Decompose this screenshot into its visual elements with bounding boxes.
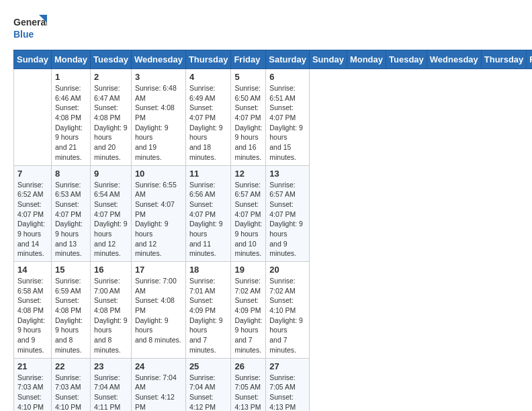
- calendar-cell: 11Sunrise: 6:56 AM Sunset: 4:07 PM Dayli…: [185, 165, 231, 262]
- calendar-cell: 12Sunrise: 6:57 AM Sunset: 4:07 PM Dayli…: [231, 165, 266, 262]
- calendar-cell: 20Sunrise: 7:02 AM Sunset: 4:10 PM Dayli…: [266, 262, 310, 359]
- calendar-week-3: 14Sunrise: 6:58 AM Sunset: 4:08 PM Dayli…: [14, 262, 533, 359]
- day-info: Sunrise: 6:54 AM Sunset: 4:07 PM Dayligh…: [94, 180, 128, 259]
- calendar-cell: 27Sunrise: 7:05 AM Sunset: 4:13 PM Dayli…: [266, 358, 310, 411]
- calendar-cell: 16Sunrise: 7:00 AM Sunset: 4:08 PM Dayli…: [91, 262, 132, 359]
- column-header-wednesday: Wednesday: [131, 50, 185, 69]
- day-number: 7: [17, 169, 48, 179]
- calendar-cell: 8Sunrise: 6:53 AM Sunset: 4:07 PM Daylig…: [51, 165, 90, 262]
- column-header-tuesday: Tuesday: [91, 50, 132, 69]
- calendar-cell: 25Sunrise: 7:04 AM Sunset: 4:12 PM Dayli…: [185, 358, 231, 411]
- calendar-week-2: 7Sunrise: 6:52 AM Sunset: 4:07 PM Daylig…: [14, 165, 533, 262]
- calendar-week-1: 1Sunrise: 6:46 AM Sunset: 4:08 PM Daylig…: [14, 69, 533, 166]
- column-header-sunday: Sunday: [309, 50, 347, 69]
- day-info: Sunrise: 6:50 AM Sunset: 4:07 PM Dayligh…: [234, 83, 262, 163]
- day-number: 20: [269, 265, 306, 275]
- day-number: 27: [269, 361, 306, 371]
- day-info: Sunrise: 6:57 AM Sunset: 4:07 PM Dayligh…: [269, 180, 306, 259]
- logo-svg: GeneralBlue: [13, 13, 47, 43]
- day-number: 17: [135, 265, 182, 275]
- day-info: Sunrise: 7:04 AM Sunset: 4:12 PM Dayligh…: [135, 373, 182, 412]
- day-number: 10: [135, 169, 182, 179]
- day-info: Sunrise: 6:58 AM Sunset: 4:08 PM Dayligh…: [17, 276, 48, 355]
- column-header-friday: Friday: [527, 50, 532, 69]
- day-info: Sunrise: 7:02 AM Sunset: 4:10 PM Dayligh…: [269, 276, 306, 355]
- day-info: Sunrise: 6:57 AM Sunset: 4:07 PM Dayligh…: [234, 180, 262, 259]
- day-info: Sunrise: 6:59 AM Sunset: 4:08 PM Dayligh…: [55, 276, 87, 355]
- day-number: 13: [269, 169, 306, 179]
- calendar-cell: 17Sunrise: 7:00 AM Sunset: 4:08 PM Dayli…: [131, 262, 185, 359]
- day-number: 6: [269, 72, 306, 82]
- day-number: 19: [234, 265, 262, 275]
- day-info: Sunrise: 6:46 AM Sunset: 4:08 PM Dayligh…: [55, 83, 87, 163]
- logo: GeneralBlue: [13, 13, 47, 43]
- calendar-cell: 24Sunrise: 7:04 AM Sunset: 4:12 PM Dayli…: [131, 358, 185, 411]
- column-header-monday: Monday: [51, 50, 90, 69]
- day-info: Sunrise: 7:05 AM Sunset: 4:13 PM Dayligh…: [234, 373, 262, 412]
- day-info: Sunrise: 7:03 AM Sunset: 4:10 PM Dayligh…: [17, 373, 48, 412]
- day-info: Sunrise: 7:03 AM Sunset: 4:10 PM Dayligh…: [55, 373, 87, 412]
- calendar-cell: 7Sunrise: 6:52 AM Sunset: 4:07 PM Daylig…: [14, 165, 52, 262]
- day-number: 3: [135, 72, 182, 82]
- day-number: 22: [55, 361, 87, 371]
- day-number: 21: [17, 361, 48, 371]
- calendar-cell: 19Sunrise: 7:02 AM Sunset: 4:09 PM Dayli…: [231, 262, 266, 359]
- day-info: Sunrise: 7:02 AM Sunset: 4:09 PM Dayligh…: [234, 276, 262, 355]
- calendar-cell: 6Sunrise: 6:51 AM Sunset: 4:07 PM Daylig…: [266, 69, 310, 166]
- day-info: Sunrise: 7:01 AM Sunset: 4:09 PM Dayligh…: [189, 276, 228, 355]
- column-header-saturday: Saturday: [266, 50, 310, 69]
- day-info: Sunrise: 6:52 AM Sunset: 4:07 PM Dayligh…: [17, 180, 48, 259]
- svg-text:General: General: [13, 17, 47, 28]
- day-number: 2: [94, 72, 128, 82]
- day-number: 18: [189, 265, 228, 275]
- page-header: GeneralBlue: [13, 13, 519, 43]
- day-number: 16: [94, 265, 128, 275]
- day-info: Sunrise: 7:00 AM Sunset: 4:08 PM Dayligh…: [135, 276, 182, 345]
- day-number: 8: [55, 169, 87, 179]
- calendar-cell: 26Sunrise: 7:05 AM Sunset: 4:13 PM Dayli…: [231, 358, 266, 411]
- column-header-monday: Monday: [347, 50, 386, 69]
- day-info: Sunrise: 7:00 AM Sunset: 4:08 PM Dayligh…: [94, 276, 128, 355]
- day-number: 25: [189, 361, 228, 371]
- calendar-week-4: 21Sunrise: 7:03 AM Sunset: 4:10 PM Dayli…: [14, 358, 533, 411]
- day-info: Sunrise: 6:56 AM Sunset: 4:07 PM Dayligh…: [189, 180, 228, 259]
- day-number: 14: [17, 265, 48, 275]
- day-info: Sunrise: 6:48 AM Sunset: 4:08 PM Dayligh…: [135, 83, 182, 163]
- day-info: Sunrise: 6:53 AM Sunset: 4:07 PM Dayligh…: [55, 180, 87, 259]
- calendar-cell: 23Sunrise: 7:04 AM Sunset: 4:11 PM Dayli…: [91, 358, 132, 411]
- calendar-cell: 1Sunrise: 6:46 AM Sunset: 4:08 PM Daylig…: [51, 69, 90, 166]
- day-info: Sunrise: 7:04 AM Sunset: 4:11 PM Dayligh…: [94, 373, 128, 412]
- day-number: 5: [234, 72, 262, 82]
- day-number: 12: [234, 169, 262, 179]
- calendar-cell: 13Sunrise: 6:57 AM Sunset: 4:07 PM Dayli…: [266, 165, 310, 262]
- column-header-friday: Friday: [231, 50, 266, 69]
- calendar-cell: 10Sunrise: 6:55 AM Sunset: 4:07 PM Dayli…: [131, 165, 185, 262]
- calendar-cell: 5Sunrise: 6:50 AM Sunset: 4:07 PM Daylig…: [231, 69, 266, 166]
- day-info: Sunrise: 6:47 AM Sunset: 4:08 PM Dayligh…: [94, 83, 128, 163]
- calendar-cell: 21Sunrise: 7:03 AM Sunset: 4:10 PM Dayli…: [14, 358, 52, 411]
- calendar-header-row: SundayMondayTuesdayWednesdayThursdayFrid…: [14, 50, 533, 69]
- calendar-cell: 18Sunrise: 7:01 AM Sunset: 4:09 PM Dayli…: [185, 262, 231, 359]
- day-info: Sunrise: 6:51 AM Sunset: 4:07 PM Dayligh…: [269, 83, 306, 163]
- day-number: 15: [55, 265, 87, 275]
- day-number: 4: [189, 72, 228, 82]
- calendar-cell: 3Sunrise: 6:48 AM Sunset: 4:08 PM Daylig…: [131, 69, 185, 166]
- svg-text:Blue: Blue: [13, 29, 34, 40]
- day-number: 1: [55, 72, 87, 82]
- day-number: 26: [234, 361, 262, 371]
- day-number: 23: [94, 361, 128, 371]
- day-info: Sunrise: 7:05 AM Sunset: 4:13 PM Dayligh…: [269, 373, 306, 412]
- day-info: Sunrise: 7:04 AM Sunset: 4:12 PM Dayligh…: [189, 373, 228, 412]
- column-header-thursday: Thursday: [481, 50, 527, 69]
- calendar-cell: 14Sunrise: 6:58 AM Sunset: 4:08 PM Dayli…: [14, 262, 52, 359]
- day-info: Sunrise: 6:55 AM Sunset: 4:07 PM Dayligh…: [135, 180, 182, 259]
- day-number: 24: [135, 361, 182, 371]
- column-header-wednesday: Wednesday: [427, 50, 481, 69]
- calendar-cell: 9Sunrise: 6:54 AM Sunset: 4:07 PM Daylig…: [91, 165, 132, 262]
- calendar-cell: 2Sunrise: 6:47 AM Sunset: 4:08 PM Daylig…: [91, 69, 132, 166]
- day-number: 9: [94, 169, 128, 179]
- column-header-sunday: Sunday: [14, 50, 52, 69]
- calendar-table: SundayMondayTuesdayWednesdayThursdayFrid…: [13, 50, 532, 411]
- calendar-cell: 4Sunrise: 6:49 AM Sunset: 4:07 PM Daylig…: [185, 69, 231, 166]
- calendar-cell: 15Sunrise: 6:59 AM Sunset: 4:08 PM Dayli…: [51, 262, 90, 359]
